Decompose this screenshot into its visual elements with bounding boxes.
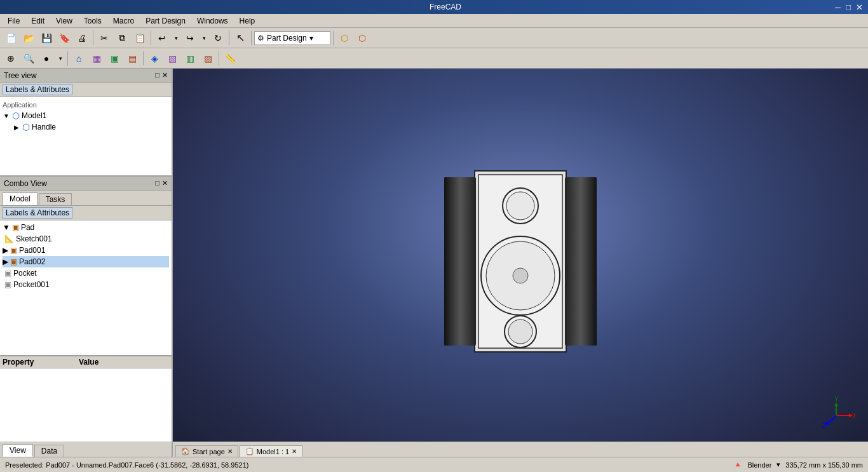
toolbar-row-1: 📄 📂 💾 🔖 🖨 ✂ ⧉ 📋 ↩ ▾ ↪ ▾ ↻ ↖ ⚙ Part Desig… [0, 28, 868, 48]
svg-rect-11 [444, 177, 476, 346]
combo-view-header: Combo View □ ✕ [0, 177, 172, 191]
tree-view-controls[interactable]: □ ✕ [155, 71, 168, 79]
menu-item-view[interactable]: View [51, 15, 78, 27]
combo-item-pad002[interactable]: ▶ ▣ Pad002 [3, 256, 169, 267]
pad001-label: Pad001 [19, 246, 45, 255]
tree-view-float-button[interactable]: □ [155, 71, 159, 79]
tab-tasks[interactable]: Tasks [39, 193, 72, 205]
tab-view[interactable]: View [3, 444, 33, 457]
zoom-in-button[interactable]: 🔍 [20, 50, 37, 67]
tree-view-title: Tree view [4, 71, 37, 80]
svg-point-8 [513, 268, 528, 283]
macro-button[interactable]: ⬡ [336, 30, 353, 46]
left-panel: Tree view □ ✕ Labels & Attributes Applic… [0, 69, 173, 457]
properties-tabs-row: View Data [0, 442, 172, 457]
workbench-dropdown[interactable]: ⚙ Part Design ▾ [254, 31, 330, 45]
combo-item-pad001[interactable]: ▶ ▣ Pad001 [3, 245, 169, 256]
properties-table [0, 368, 172, 442]
combo-view-controls[interactable]: □ ✕ [155, 179, 168, 187]
pointer-button[interactable]: ↖ [232, 30, 248, 46]
tree-arrow-model1: ▼ [3, 112, 10, 119]
toolbar-sep-3 [229, 31, 229, 45]
pad002-label: Pad002 [19, 257, 45, 266]
tab-data[interactable]: Data [34, 445, 64, 457]
combo-item-sketch001[interactable]: 📐 Sketch001 [3, 233, 169, 245]
view-3d-button[interactable]: ◈ [146, 50, 163, 67]
undo-dropdown-button[interactable]: ▾ [172, 30, 180, 46]
tree-section-label: Application [3, 100, 169, 110]
combo-tree-content: ▼ ▣ Pad 📐 Sketch001 ▶ ▣ Pad001 ▶ ▣ [0, 220, 172, 355]
combo-item-pocket[interactable]: ▣ Pocket [3, 267, 169, 279]
viewport[interactable]: X Y Z 🏠 Start page ✕ 📋 Model1 : 1 ✕ [173, 69, 868, 457]
svg-text:X: X [853, 412, 855, 419]
view-sep-1 [67, 51, 68, 65]
macro2-button[interactable]: ⬡ [354, 30, 370, 46]
draw-style-dropdown[interactable]: ▾ [56, 50, 65, 67]
view-top-button[interactable]: ▣ [106, 50, 123, 67]
view-bottom-button[interactable]: ▥ [182, 50, 198, 67]
print-button[interactable]: 🖨 [74, 30, 90, 46]
view-right-button[interactable]: ▤ [124, 50, 140, 67]
view-back-button[interactable]: ▧ [164, 50, 180, 67]
start-page-icon: 🏠 [181, 447, 190, 455]
menu-item-edit[interactable]: Edit [26, 15, 50, 27]
new-button[interactable]: 📄 [3, 30, 19, 46]
undo-button[interactable]: ↩ [154, 30, 170, 46]
pad001-icon: ▣ [10, 246, 17, 255]
maximize-button[interactable]: □ [846, 3, 851, 12]
value-column-header: Value [79, 358, 169, 367]
combo-tab-labels[interactable]: Labels & Attributes [3, 207, 72, 219]
model1-tab[interactable]: 📋 Model1 : 1 ✕ [240, 445, 302, 457]
renderer-icon: 🔺 [733, 461, 742, 469]
minimize-button[interactable]: ─ [835, 3, 841, 12]
close-button[interactable]: ✕ [856, 3, 863, 12]
tree-tab-labels[interactable]: Labels & Attributes [3, 84, 72, 95]
menu-item-file[interactable]: File [3, 15, 25, 27]
tree-view-panel: Tree view □ ✕ Labels & Attributes Applic… [0, 69, 172, 177]
paste-button[interactable]: 📋 [132, 30, 148, 46]
renderer-dropdown[interactable]: ▾ [776, 461, 780, 469]
pad-label: Pad [21, 223, 34, 232]
copy-button[interactable]: ⧉ [114, 30, 130, 46]
start-page-close[interactable]: ✕ [227, 448, 233, 455]
menu-item-macro[interactable]: Macro [108, 15, 139, 27]
view-left-button[interactable]: ▨ [200, 50, 216, 67]
combo-item-pad[interactable]: ▼ ▣ Pad [3, 222, 169, 233]
menu-item-tools[interactable]: Tools [79, 15, 107, 27]
view-front-button[interactable]: ▦ [88, 50, 105, 67]
tab-model[interactable]: Model [3, 192, 37, 205]
menu-item-help[interactable]: Help [234, 15, 261, 27]
combo-view-close-button[interactable]: ✕ [162, 179, 168, 187]
redo-dropdown-button[interactable]: ▾ [200, 30, 208, 46]
sketch001-icon: 📐 [4, 234, 14, 243]
start-page-label: Start page [193, 448, 225, 455]
axis-indicator: X Y Z [817, 396, 855, 435]
svg-marker-20 [834, 403, 838, 406]
open-button[interactable]: 📂 [20, 30, 37, 46]
save-button[interactable]: 💾 [38, 30, 55, 46]
combo-item-pocket001[interactable]: ▣ Pocket001 [3, 279, 169, 290]
redo-button[interactable]: ↪ [182, 30, 198, 46]
tree-item-handle[interactable]: ▶ ⬡ Handle [3, 121, 169, 133]
view-home-button[interactable]: ⌂ [71, 50, 87, 67]
pad002-arrow: ▶ [3, 257, 8, 266]
combo-view-float-button[interactable]: □ [155, 179, 159, 187]
svg-line-15 [827, 415, 836, 425]
model1-tab-close[interactable]: ✕ [292, 448, 297, 455]
pocket001-label: Pocket001 [13, 280, 50, 289]
pad002-icon: ▣ [10, 257, 17, 266]
cut-button[interactable]: ✂ [96, 30, 112, 46]
zoom-fit-button[interactable]: ⊕ [3, 50, 19, 67]
draw-style-button[interactable]: ● [38, 50, 55, 67]
refresh-button[interactable]: ↻ [210, 30, 226, 46]
titlebar-controls[interactable]: ─ □ ✕ [835, 3, 863, 12]
save-recent-button[interactable]: 🔖 [56, 30, 72, 46]
statusbar: Preselected: Pad007 - Unnamed.Pad007.Fac… [0, 457, 868, 472]
tree-item-model1[interactable]: ▼ ⬡ Model1 [3, 110, 169, 121]
combo-view-title: Combo View [4, 179, 47, 188]
menu-item-part design[interactable]: Part Design [140, 15, 191, 27]
start-page-tab[interactable]: 🏠 Start page ✕ [175, 445, 238, 457]
measure-button[interactable]: 📏 [222, 50, 238, 67]
tree-view-close-button[interactable]: ✕ [162, 71, 168, 79]
menu-item-windows[interactable]: Windows [192, 15, 233, 27]
